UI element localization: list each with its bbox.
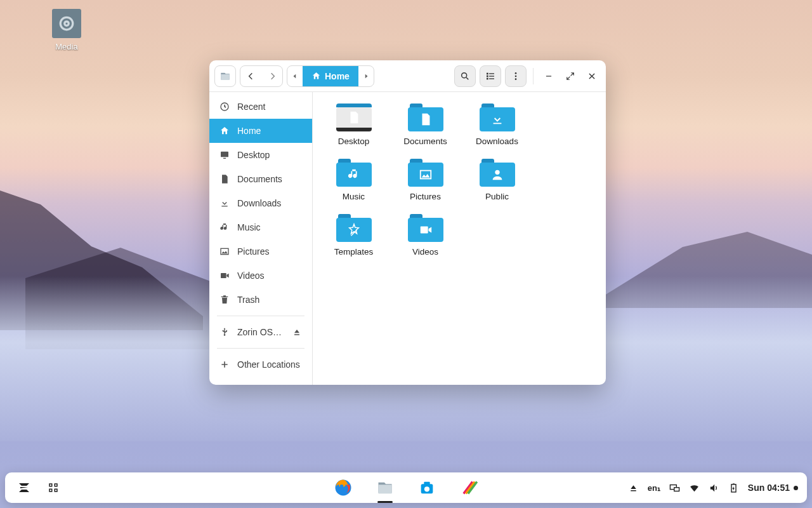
sidebar-label: Trash	[237, 295, 259, 305]
tray-wifi-icon[interactable]	[689, 483, 700, 493]
hamburger-menu-button[interactable]	[505, 65, 527, 87]
sidebar-item-trash[interactable]: Trash	[209, 288, 312, 312]
file-manager-window: Home Recent Home	[209, 60, 606, 385]
folder-icon	[408, 104, 443, 131]
tray-display-icon[interactable]	[669, 483, 680, 493]
tray-volume-icon[interactable]	[709, 483, 719, 493]
maximize-button[interactable]	[561, 67, 579, 85]
folder-documents[interactable]: Documents	[390, 104, 461, 146]
folder-icon	[336, 104, 372, 131]
folder-icon	[408, 159, 443, 187]
separator	[533, 68, 534, 84]
tray-eject-button[interactable]	[628, 483, 639, 493]
path-next-icon[interactable]	[358, 73, 374, 79]
titlebar: Home	[209, 60, 606, 92]
clock-text: Sun 04:51	[748, 483, 790, 493]
eject-icon[interactable]	[292, 327, 302, 337]
svg-rect-15	[221, 152, 228, 157]
document-icon	[219, 174, 230, 184]
tray-clock[interactable]: Sun 04:51	[748, 483, 798, 493]
svg-rect-18	[221, 273, 226, 278]
desktop-icon-label: Media	[39, 42, 94, 51]
folder-icon	[480, 104, 515, 131]
folder-videos[interactable]: Videos	[390, 214, 461, 257]
folder-music[interactable]: Music	[318, 159, 390, 201]
folder-public[interactable]: Public	[461, 159, 533, 201]
files-app-icon	[376, 479, 394, 497]
app-firefox[interactable]	[333, 478, 353, 498]
music-icon	[219, 222, 230, 232]
tray-battery-icon[interactable]	[728, 483, 739, 493]
svg-point-12	[515, 78, 517, 80]
search-icon	[460, 71, 470, 81]
app-software[interactable]	[417, 478, 437, 498]
svg-rect-6	[487, 75, 488, 77]
start-menu-button[interactable]	[14, 478, 34, 498]
sidebar-item-music[interactable]: Music	[209, 215, 312, 239]
tray-language[interactable]: en₁	[648, 483, 660, 493]
videos-icon	[219, 271, 230, 281]
folder-templates[interactable]: Templates	[318, 214, 390, 257]
svg-rect-21	[420, 227, 428, 234]
svg-rect-25	[424, 482, 429, 485]
list-view-icon	[485, 71, 495, 81]
nav-forward-button[interactable]	[267, 71, 277, 81]
zorin-logo-icon	[16, 480, 32, 495]
search-button[interactable]	[454, 65, 476, 87]
sidebar-item-other-locations[interactable]: Other Locations	[209, 352, 312, 377]
folder-downloads[interactable]: Downloads	[461, 104, 533, 146]
svg-rect-8	[487, 77, 488, 79]
sidebar-item-videos[interactable]: Videos	[209, 264, 312, 288]
svg-point-3	[462, 72, 467, 77]
path-prev-icon[interactable]	[287, 73, 303, 79]
sidebar-item-pictures[interactable]: Pictures	[209, 239, 312, 264]
close-button[interactable]	[583, 67, 601, 85]
path-bar[interactable]: Home	[287, 65, 374, 87]
software-store-icon	[418, 479, 436, 497]
sidebar-item-recent[interactable]: Recent	[209, 95, 312, 119]
nav-back-button[interactable]	[246, 71, 256, 81]
sidebar-item-home[interactable]: Home	[209, 119, 312, 143]
folder-icon	[336, 214, 372, 242]
svg-rect-23	[379, 485, 392, 493]
path-home-label: Home	[325, 71, 350, 81]
svg-point-10	[515, 72, 517, 74]
svg-point-11	[515, 75, 517, 77]
sidebar-item-downloads[interactable]: Downloads	[209, 191, 312, 215]
svg-point-26	[424, 486, 429, 491]
color-picker-icon	[460, 479, 478, 497]
sidebar-label: Other Locations	[237, 359, 300, 370]
folder-icon	[480, 159, 515, 187]
svg-rect-13	[546, 76, 551, 76]
close-icon	[587, 72, 596, 81]
folder-label: Pictures	[410, 192, 441, 201]
minimize-button[interactable]	[540, 67, 558, 85]
folder-label: Desktop	[338, 137, 370, 146]
sidebar-item-documents[interactable]: Documents	[209, 167, 312, 191]
sidebar-divider	[217, 348, 304, 349]
app-appearance[interactable]	[459, 478, 479, 498]
home-icon	[311, 71, 321, 81]
taskbar-pinned-apps	[333, 478, 479, 498]
folder-label: Downloads	[476, 137, 518, 146]
nav-back-forward	[240, 65, 283, 87]
sidebar: Recent Home Desktop Documents Downloads …	[209, 92, 313, 385]
svg-rect-9	[489, 78, 494, 79]
svg-point-1	[65, 22, 69, 26]
path-home-segment[interactable]: Home	[303, 66, 358, 86]
files-menu-button[interactable]	[214, 65, 236, 87]
sidebar-item-desktop[interactable]: Desktop	[209, 143, 312, 167]
show-desktop-button[interactable]	[43, 478, 63, 498]
home-icon	[219, 126, 230, 136]
folder-desktop[interactable]: Desktop	[318, 104, 390, 146]
app-files[interactable]	[375, 478, 395, 498]
notification-dot-icon	[794, 486, 798, 490]
overview-icon	[48, 482, 59, 493]
desktop-icon-media[interactable]: Media	[39, 9, 94, 51]
sidebar-item-zorin-disk[interactable]: Zorin OS…	[209, 320, 312, 344]
pictures-icon	[219, 246, 230, 257]
folder-pictures[interactable]: Pictures	[390, 159, 461, 201]
svg-rect-4	[487, 72, 488, 74]
trash-icon	[219, 295, 230, 305]
view-toggle-button[interactable]	[480, 65, 501, 87]
